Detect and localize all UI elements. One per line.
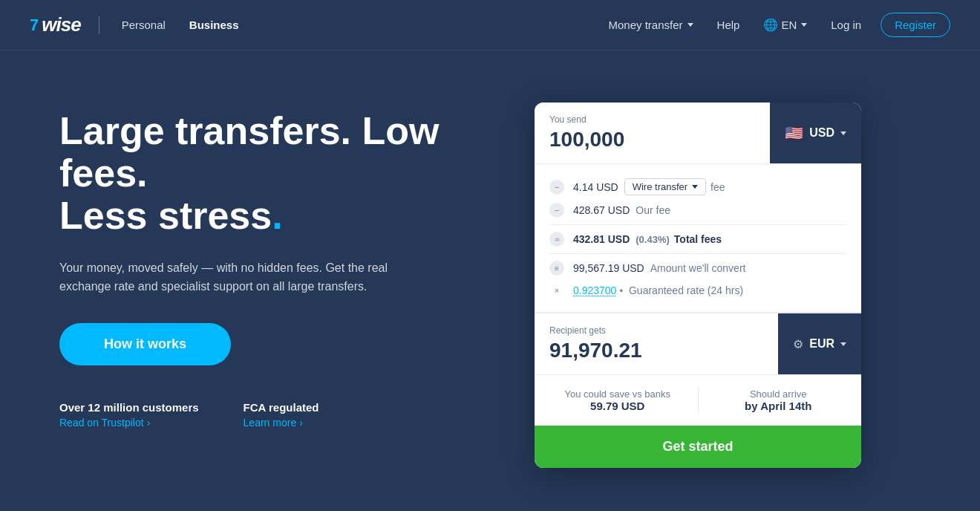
- minus-icon-2: −: [549, 203, 564, 218]
- calc-bottom-info: You could save vs banks 59.79 USD Should…: [535, 374, 861, 426]
- rate-value[interactable]: 0.923700: [573, 284, 616, 296]
- recipient-input-area: Recipient gets 91,970.21: [535, 313, 778, 374]
- recipient-amount[interactable]: 91,970.21: [549, 339, 763, 362]
- wire-fee-row: − 4.14 USD Wire transfer fee: [549, 175, 846, 199]
- convert-label: Amount we'll convert: [650, 262, 746, 274]
- arrow-right-icon: ›: [299, 417, 303, 429]
- wire-transfer-button[interactable]: Wire transfer: [624, 178, 706, 195]
- our-fee-amount: 428.67 USD: [573, 204, 630, 216]
- total-fee-label: Total fees: [674, 233, 722, 245]
- rate-label: Guaranteed rate (24 hrs): [629, 284, 743, 296]
- bottom-divider: [698, 387, 699, 414]
- convert-row: ≡ 99,567.19 USD Amount we'll convert: [549, 257, 846, 279]
- recipient-row: Recipient gets 91,970.21 ⚙ EUR: [535, 313, 861, 374]
- send-label: You send: [549, 114, 755, 125]
- save-info: You could save vs banks 59.79 USD: [549, 388, 686, 412]
- badge-customers: Over 12 million customers Read on Trustp…: [59, 401, 199, 429]
- our-fee-label: Our fee: [636, 204, 670, 216]
- hero-badges: Over 12 million customers Read on Trustp…: [59, 401, 490, 429]
- navbar: 7 wise Personal Business Money transfer …: [0, 0, 980, 51]
- send-input-area: You send 100,000: [535, 102, 770, 163]
- calculator-widget: You send 100,000 🇺🇸 USD − 4.14 USD Wire …: [535, 102, 861, 468]
- trustpilot-link[interactable]: Read on Trustpilot ›: [59, 417, 199, 429]
- logo-text: wise: [42, 13, 80, 36]
- get-started-button[interactable]: Get started: [535, 426, 861, 468]
- recipient-currency-code: EUR: [809, 337, 834, 351]
- total-fee-pct: (0.43%): [636, 234, 670, 245]
- send-row: You send 100,000 🇺🇸 USD: [535, 102, 861, 164]
- nav-language[interactable]: 🌐 EN: [759, 15, 811, 35]
- send-currency-selector[interactable]: 🇺🇸 USD: [770, 102, 861, 163]
- rate-row: × 0.923700 • Guaranteed rate (24 hrs): [549, 279, 846, 302]
- badge-fca: FCA regulated Learn more ›: [244, 401, 319, 429]
- save-amount: 59.79 USD: [549, 400, 686, 412]
- nav-help[interactable]: Help: [713, 16, 745, 34]
- send-currency-code: USD: [809, 126, 834, 140]
- our-fee-row: − 428.67 USD Our fee: [549, 199, 846, 221]
- wire-fee-label: fee: [710, 181, 725, 193]
- how-it-works-button[interactable]: How it works: [59, 323, 231, 365]
- hero-title-dot: .: [272, 194, 282, 237]
- nav-personal[interactable]: Personal: [117, 16, 170, 34]
- nav-login[interactable]: Log in: [826, 16, 866, 34]
- equal-sign-icon: ≡: [549, 261, 564, 276]
- recipient-currency-chevron-icon: [840, 342, 846, 346]
- transfer-type-chevron-icon: [692, 185, 698, 189]
- usd-flag-icon: 🇺🇸: [785, 124, 803, 142]
- wire-fee-amount: 4.14 USD: [573, 181, 618, 193]
- fee-details: − 4.14 USD Wire transfer fee − 428.67 US…: [535, 164, 861, 313]
- hero-subtitle: Your money, moved safely — with no hidde…: [59, 258, 401, 296]
- arrive-date: by April 14th: [710, 400, 847, 412]
- equals-icon: ＝: [549, 232, 564, 247]
- nav-divider: [99, 16, 99, 34]
- fee-separator-2: [549, 253, 846, 254]
- recipient-label: Recipient gets: [549, 325, 763, 336]
- nav-left: 7 wise Personal Business: [30, 13, 604, 36]
- nav-right: Money transfer Help 🌐 EN Log in Register: [604, 13, 950, 37]
- globe-icon: 🌐: [763, 18, 778, 32]
- arrive-info: Should arrive by April 14th: [710, 388, 847, 412]
- learn-more-link[interactable]: Learn more ›: [244, 417, 319, 429]
- hero-left: Large transfers. Low fees. Less stress. …: [59, 95, 490, 429]
- nav-money-transfer[interactable]: Money transfer: [604, 16, 698, 34]
- recipient-currency-selector[interactable]: ⚙ EUR: [778, 313, 861, 374]
- convert-amount: 99,567.19 USD: [573, 262, 644, 274]
- eur-gear-icon: ⚙: [793, 337, 803, 351]
- arrive-label: Should arrive: [710, 388, 847, 400]
- currency-chevron-icon: [840, 131, 846, 135]
- minus-icon: −: [549, 180, 564, 195]
- chevron-down-icon: [801, 23, 807, 27]
- rate-dot: •: [619, 285, 623, 296]
- total-fee-amount: 432.81 USD: [573, 233, 630, 245]
- hero-section: Large transfers. Low fees. Less stress. …: [0, 51, 980, 511]
- logo[interactable]: 7 wise: [30, 13, 81, 36]
- nav-business[interactable]: Business: [185, 16, 244, 34]
- save-label: You could save vs banks: [549, 388, 686, 400]
- arrow-right-icon: ›: [147, 417, 151, 429]
- register-button[interactable]: Register: [881, 13, 950, 37]
- logo-icon: 7: [30, 16, 39, 35]
- send-amount[interactable]: 100,000: [549, 128, 755, 152]
- multiply-icon: ×: [549, 283, 564, 298]
- calc-card: You send 100,000 🇺🇸 USD − 4.14 USD Wire …: [535, 102, 861, 468]
- hero-title: Large transfers. Low fees. Less stress.: [59, 110, 490, 238]
- chevron-down-icon: [687, 23, 693, 27]
- total-fee-row: ＝ 432.81 USD (0.43%) Total fees: [549, 228, 846, 250]
- fee-separator: [549, 224, 846, 225]
